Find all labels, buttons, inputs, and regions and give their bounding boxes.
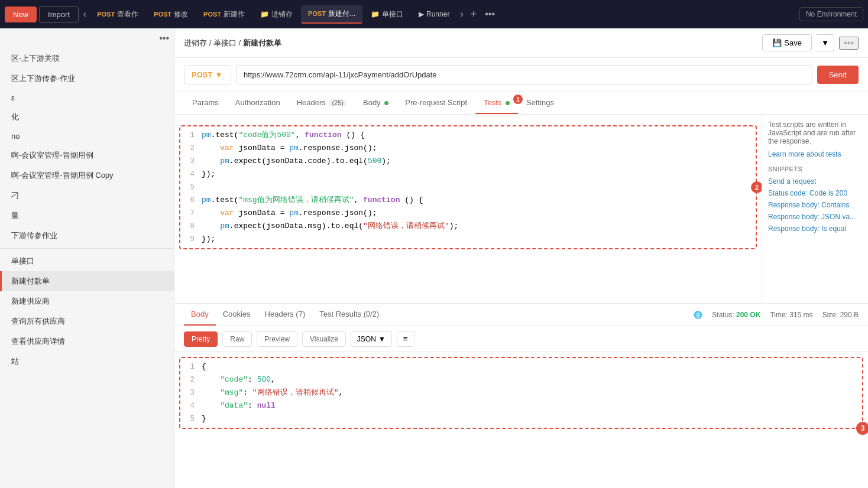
- method-label: POST: [308, 10, 326, 17]
- folder-icon: 📁: [260, 10, 269, 18]
- learn-more-link[interactable]: Learn more about tests: [768, 150, 862, 158]
- format-preview-button[interactable]: Preview: [257, 331, 297, 347]
- code-line-4: 4 });: [180, 168, 756, 181]
- response-section: Body Cookies Headers (7) Test Results (0…: [174, 304, 868, 488]
- code-editor[interactable]: 1 pm.test("code值为500", function () { 2 v…: [174, 115, 762, 303]
- tab-folder-单接口[interactable]: 📁 单接口: [364, 6, 410, 23]
- time-label: Time: 315 ms: [770, 311, 812, 319]
- json-format-selector[interactable]: JSON ▼: [351, 331, 392, 347]
- tab-post-修改[interactable]: POST 修改: [147, 6, 195, 23]
- send-button[interactable]: Send: [817, 66, 859, 84]
- environment-selector[interactable]: No Environment: [799, 7, 863, 21]
- breadcrumb-sep-2: /: [238, 38, 242, 47]
- tab-folder-进销存[interactable]: 📁 进销存: [253, 6, 300, 23]
- tab-authorization[interactable]: Authorization: [227, 92, 289, 114]
- content-area: 进销存 / 单接口 / 新建付款单 💾 Save ▼ ••• POST ▼ Se…: [174, 28, 868, 488]
- code-line-7: 7 var jsonData = pm.response.json();: [180, 207, 756, 220]
- resp-tab-body[interactable]: Body: [184, 304, 216, 326]
- tab-prerequest[interactable]: Pre-request Script: [397, 92, 475, 114]
- save-icon: 💾: [772, 38, 782, 47]
- header-more-button[interactable]: •••: [839, 37, 859, 50]
- sidebar-item-查询供应商[interactable]: 查询所有供应商: [0, 311, 174, 331]
- tab-label: 进销存: [271, 9, 293, 19]
- sidebar-item-化[interactable]: 化: [0, 107, 174, 127]
- method-selector[interactable]: POST ▼: [184, 65, 231, 84]
- tab-tests[interactable]: Tests 1: [475, 92, 518, 114]
- resp-tab-headers[interactable]: Headers (7): [258, 304, 313, 326]
- editor-area: 1 pm.test("code值为500", function () { 2 v…: [174, 115, 868, 304]
- tab-body[interactable]: Body: [355, 92, 397, 114]
- method-label: POST: [203, 11, 221, 18]
- format-raw-button[interactable]: Raw: [222, 331, 252, 347]
- time-value: 315 ms: [789, 311, 812, 319]
- response-tabs: Body Cookies Headers (7) Test Results (0…: [174, 304, 868, 326]
- snippets-panel: Test scripts are written in JavaScript a…: [762, 115, 868, 303]
- filter-button[interactable]: ≡: [397, 331, 414, 347]
- snippet-status-200[interactable]: Status code: Code is 200: [768, 189, 862, 197]
- sidebar-item-量[interactable]: 量: [0, 206, 174, 226]
- sidebar-item-查看供应商详情[interactable]: 查看供应商详情: [0, 331, 174, 352]
- response-code[interactable]: 1 { 2 "code": 500, 3 "msg": "网络错误，请稍候再试"…: [174, 352, 868, 488]
- tab-headers[interactable]: Headers (25): [289, 92, 355, 114]
- sidebar-item-ε[interactable]: ε: [0, 89, 174, 107]
- size-value: 290 B: [840, 311, 859, 319]
- tab-more-button[interactable]: •••: [481, 9, 498, 19]
- save-label: Save: [784, 38, 802, 47]
- url-bar: POST ▼ Send: [174, 58, 868, 92]
- json-format-label: JSON: [357, 335, 376, 343]
- resp-line-3: 3 "msg": "网络错误，请稍候再试",: [180, 386, 862, 399]
- url-input[interactable]: [236, 65, 812, 84]
- import-button[interactable]: Import: [39, 6, 79, 23]
- save-button[interactable]: 💾 Save: [762, 34, 812, 51]
- new-button[interactable]: New: [5, 6, 37, 22]
- add-tab-button[interactable]: +: [467, 8, 481, 21]
- tab-settings[interactable]: Settings: [518, 92, 562, 114]
- json-dropdown-icon: ▼: [378, 335, 386, 343]
- folder-icon: 📁: [371, 10, 380, 18]
- sidebar-item-no[interactable]: no: [0, 127, 174, 145]
- sidebar-item-新建供应商[interactable]: 新建供应商: [0, 291, 174, 311]
- tests-dot: [506, 101, 510, 105]
- sidebar-item-下游传参[interactable]: 下游传参作业: [0, 226, 174, 246]
- response-status-bar: 🌐 Status: 200 OK Time: 315 ms Size: 290 …: [694, 311, 859, 319]
- sidebar-item-站[interactable]: 站: [0, 352, 174, 372]
- sidebar-item-单接口[interactable]: 单接口: [0, 251, 174, 271]
- tab-params[interactable]: Params: [184, 92, 227, 114]
- tab-post-新建作[interactable]: POST 新建作: [196, 6, 252, 23]
- resp-line-5: 5 }: [180, 412, 862, 425]
- code-line-5: 5: [180, 181, 756, 194]
- snippet-body-json[interactable]: Response body: JSON va...: [768, 213, 862, 221]
- tab-scroll-right[interactable]: ›: [458, 6, 465, 22]
- size-label: Size: 290 B: [822, 311, 859, 319]
- sidebar-item-会议室冒烟[interactable]: 啊-会议室管理-冒烟用例: [0, 145, 174, 165]
- save-dropdown-button[interactable]: ▼: [817, 34, 834, 51]
- breadcrumb-part-2[interactable]: 单接口: [213, 38, 237, 47]
- code-line-6: 6 pm.test("msg值为网络错误，请稍候再试", function ()…: [180, 194, 756, 207]
- tab-label: 查看作: [117, 9, 138, 19]
- tab-runner[interactable]: ▶ Runner: [412, 6, 456, 22]
- sidebar-item-区上下游传参[interactable]: 区上下游传参-作业: [0, 69, 174, 89]
- body-dot: [384, 101, 388, 105]
- sidebar-item-新建付款单[interactable]: 新建付款单: [0, 271, 174, 291]
- tab-post-查看[interactable]: POST 查看作: [90, 6, 145, 23]
- format-visualize-button[interactable]: Visualize: [302, 331, 346, 347]
- code-line-3: 3 pm.expect(jsonData.code).to.eql(500);: [180, 155, 756, 168]
- globe-icon: 🌐: [694, 311, 702, 319]
- resp-tab-cookies[interactable]: Cookies: [216, 304, 258, 326]
- snippet-send-request[interactable]: Send a request: [768, 177, 862, 186]
- sidebar-item-区上下游关联[interactable]: 区-上下游关联: [0, 48, 174, 69]
- sidebar-item-刁[interactable]: 刁: [0, 186, 174, 206]
- breadcrumb-part-1[interactable]: 进销存: [184, 38, 207, 47]
- breadcrumb-current: 新建付款单: [243, 38, 281, 47]
- sidebar-more-button[interactable]: •••: [159, 33, 169, 44]
- snippet-body-equal[interactable]: Response body: Is equal: [768, 225, 862, 233]
- tab-label: 单接口: [382, 9, 403, 19]
- resp-tab-test-results[interactable]: Test Results (0/2): [312, 304, 386, 326]
- snippets-header: SNIPPETS: [768, 165, 862, 173]
- sidebar-item-会议室冒烟copy[interactable]: 啊-会议室管理-冒烟用例 Copy: [0, 165, 174, 186]
- tab-post-新建付[interactable]: POST 新建付...: [301, 5, 362, 24]
- method-dropdown-icon: ▼: [215, 70, 222, 79]
- snippet-body-contains[interactable]: Response body: Contains: [768, 201, 862, 209]
- tab-scroll-left[interactable]: ‹: [81, 6, 89, 22]
- format-pretty-button[interactable]: Pretty: [184, 331, 218, 347]
